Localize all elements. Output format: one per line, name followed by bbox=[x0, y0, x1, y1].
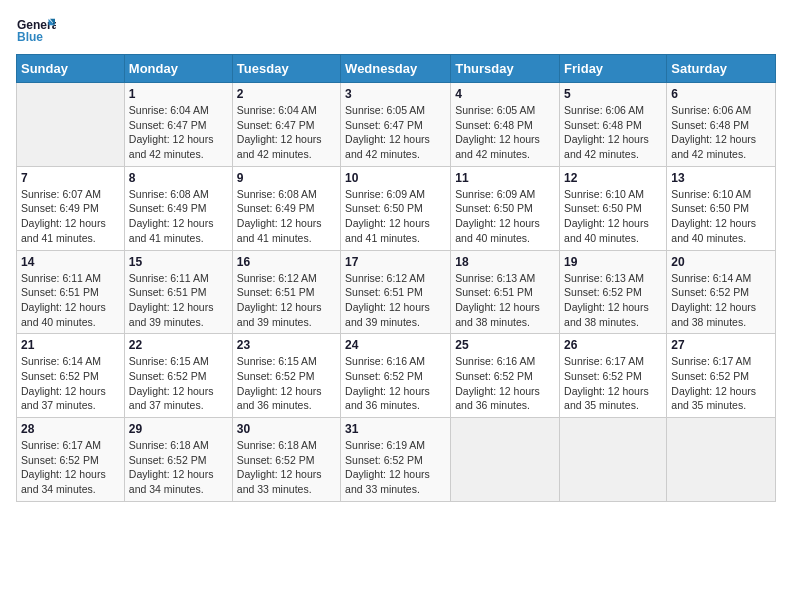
day-info: Sunrise: 6:10 AM Sunset: 6:50 PM Dayligh… bbox=[671, 187, 771, 246]
header-row: SundayMondayTuesdayWednesdayThursdayFrid… bbox=[17, 55, 776, 83]
day-cell: 16Sunrise: 6:12 AM Sunset: 6:51 PM Dayli… bbox=[232, 250, 340, 334]
day-info: Sunrise: 6:04 AM Sunset: 6:47 PM Dayligh… bbox=[129, 103, 228, 162]
week-row-1: 1Sunrise: 6:04 AM Sunset: 6:47 PM Daylig… bbox=[17, 83, 776, 167]
calendar-table: SundayMondayTuesdayWednesdayThursdayFrid… bbox=[16, 54, 776, 502]
day-info: Sunrise: 6:05 AM Sunset: 6:47 PM Dayligh… bbox=[345, 103, 446, 162]
column-header-tuesday: Tuesday bbox=[232, 55, 340, 83]
day-number: 2 bbox=[237, 87, 336, 101]
day-cell: 23Sunrise: 6:15 AM Sunset: 6:52 PM Dayli… bbox=[232, 334, 340, 418]
day-cell: 24Sunrise: 6:16 AM Sunset: 6:52 PM Dayli… bbox=[341, 334, 451, 418]
day-number: 21 bbox=[21, 338, 120, 352]
day-info: Sunrise: 6:09 AM Sunset: 6:50 PM Dayligh… bbox=[345, 187, 446, 246]
day-cell: 29Sunrise: 6:18 AM Sunset: 6:52 PM Dayli… bbox=[124, 418, 232, 502]
day-cell: 10Sunrise: 6:09 AM Sunset: 6:50 PM Dayli… bbox=[341, 166, 451, 250]
day-info: Sunrise: 6:05 AM Sunset: 6:48 PM Dayligh… bbox=[455, 103, 555, 162]
day-info: Sunrise: 6:12 AM Sunset: 6:51 PM Dayligh… bbox=[237, 271, 336, 330]
day-number: 15 bbox=[129, 255, 228, 269]
day-info: Sunrise: 6:04 AM Sunset: 6:47 PM Dayligh… bbox=[237, 103, 336, 162]
day-cell: 4Sunrise: 6:05 AM Sunset: 6:48 PM Daylig… bbox=[451, 83, 560, 167]
day-cell: 18Sunrise: 6:13 AM Sunset: 6:51 PM Dayli… bbox=[451, 250, 560, 334]
day-info: Sunrise: 6:08 AM Sunset: 6:49 PM Dayligh… bbox=[237, 187, 336, 246]
day-number: 9 bbox=[237, 171, 336, 185]
column-header-friday: Friday bbox=[560, 55, 667, 83]
day-cell: 6Sunrise: 6:06 AM Sunset: 6:48 PM Daylig… bbox=[667, 83, 776, 167]
day-cell: 7Sunrise: 6:07 AM Sunset: 6:49 PM Daylig… bbox=[17, 166, 125, 250]
day-info: Sunrise: 6:10 AM Sunset: 6:50 PM Dayligh… bbox=[564, 187, 662, 246]
day-cell: 21Sunrise: 6:14 AM Sunset: 6:52 PM Dayli… bbox=[17, 334, 125, 418]
day-number: 1 bbox=[129, 87, 228, 101]
column-header-saturday: Saturday bbox=[667, 55, 776, 83]
day-cell: 15Sunrise: 6:11 AM Sunset: 6:51 PM Dayli… bbox=[124, 250, 232, 334]
day-cell: 26Sunrise: 6:17 AM Sunset: 6:52 PM Dayli… bbox=[560, 334, 667, 418]
day-info: Sunrise: 6:13 AM Sunset: 6:51 PM Dayligh… bbox=[455, 271, 555, 330]
day-info: Sunrise: 6:17 AM Sunset: 6:52 PM Dayligh… bbox=[564, 354, 662, 413]
day-cell: 22Sunrise: 6:15 AM Sunset: 6:52 PM Dayli… bbox=[124, 334, 232, 418]
day-number: 19 bbox=[564, 255, 662, 269]
day-info: Sunrise: 6:06 AM Sunset: 6:48 PM Dayligh… bbox=[671, 103, 771, 162]
day-info: Sunrise: 6:14 AM Sunset: 6:52 PM Dayligh… bbox=[671, 271, 771, 330]
day-info: Sunrise: 6:11 AM Sunset: 6:51 PM Dayligh… bbox=[129, 271, 228, 330]
day-number: 25 bbox=[455, 338, 555, 352]
day-cell bbox=[560, 418, 667, 502]
day-number: 10 bbox=[345, 171, 446, 185]
day-cell bbox=[667, 418, 776, 502]
day-cell: 11Sunrise: 6:09 AM Sunset: 6:50 PM Dayli… bbox=[451, 166, 560, 250]
day-cell bbox=[17, 83, 125, 167]
svg-text:Blue: Blue bbox=[17, 30, 43, 44]
day-info: Sunrise: 6:14 AM Sunset: 6:52 PM Dayligh… bbox=[21, 354, 120, 413]
day-info: Sunrise: 6:11 AM Sunset: 6:51 PM Dayligh… bbox=[21, 271, 120, 330]
week-row-3: 14Sunrise: 6:11 AM Sunset: 6:51 PM Dayli… bbox=[17, 250, 776, 334]
calendar-header: SundayMondayTuesdayWednesdayThursdayFrid… bbox=[17, 55, 776, 83]
day-number: 5 bbox=[564, 87, 662, 101]
week-row-5: 28Sunrise: 6:17 AM Sunset: 6:52 PM Dayli… bbox=[17, 418, 776, 502]
day-number: 20 bbox=[671, 255, 771, 269]
day-number: 14 bbox=[21, 255, 120, 269]
day-number: 28 bbox=[21, 422, 120, 436]
day-info: Sunrise: 6:06 AM Sunset: 6:48 PM Dayligh… bbox=[564, 103, 662, 162]
day-info: Sunrise: 6:07 AM Sunset: 6:49 PM Dayligh… bbox=[21, 187, 120, 246]
day-number: 29 bbox=[129, 422, 228, 436]
day-cell: 1Sunrise: 6:04 AM Sunset: 6:47 PM Daylig… bbox=[124, 83, 232, 167]
day-cell: 20Sunrise: 6:14 AM Sunset: 6:52 PM Dayli… bbox=[667, 250, 776, 334]
day-info: Sunrise: 6:18 AM Sunset: 6:52 PM Dayligh… bbox=[129, 438, 228, 497]
column-header-thursday: Thursday bbox=[451, 55, 560, 83]
day-cell: 27Sunrise: 6:17 AM Sunset: 6:52 PM Dayli… bbox=[667, 334, 776, 418]
day-number: 26 bbox=[564, 338, 662, 352]
day-info: Sunrise: 6:17 AM Sunset: 6:52 PM Dayligh… bbox=[671, 354, 771, 413]
logo-icon: General Blue bbox=[16, 16, 56, 44]
day-info: Sunrise: 6:16 AM Sunset: 6:52 PM Dayligh… bbox=[455, 354, 555, 413]
logo: General Blue bbox=[16, 16, 56, 44]
day-number: 17 bbox=[345, 255, 446, 269]
day-cell: 31Sunrise: 6:19 AM Sunset: 6:52 PM Dayli… bbox=[341, 418, 451, 502]
week-row-4: 21Sunrise: 6:14 AM Sunset: 6:52 PM Dayli… bbox=[17, 334, 776, 418]
day-number: 11 bbox=[455, 171, 555, 185]
day-number: 30 bbox=[237, 422, 336, 436]
day-info: Sunrise: 6:15 AM Sunset: 6:52 PM Dayligh… bbox=[237, 354, 336, 413]
day-info: Sunrise: 6:15 AM Sunset: 6:52 PM Dayligh… bbox=[129, 354, 228, 413]
day-number: 13 bbox=[671, 171, 771, 185]
day-number: 3 bbox=[345, 87, 446, 101]
day-info: Sunrise: 6:12 AM Sunset: 6:51 PM Dayligh… bbox=[345, 271, 446, 330]
day-cell: 12Sunrise: 6:10 AM Sunset: 6:50 PM Dayli… bbox=[560, 166, 667, 250]
column-header-sunday: Sunday bbox=[17, 55, 125, 83]
column-header-monday: Monday bbox=[124, 55, 232, 83]
day-number: 27 bbox=[671, 338, 771, 352]
day-cell: 25Sunrise: 6:16 AM Sunset: 6:52 PM Dayli… bbox=[451, 334, 560, 418]
day-number: 31 bbox=[345, 422, 446, 436]
day-info: Sunrise: 6:08 AM Sunset: 6:49 PM Dayligh… bbox=[129, 187, 228, 246]
day-number: 12 bbox=[564, 171, 662, 185]
day-info: Sunrise: 6:09 AM Sunset: 6:50 PM Dayligh… bbox=[455, 187, 555, 246]
day-cell: 28Sunrise: 6:17 AM Sunset: 6:52 PM Dayli… bbox=[17, 418, 125, 502]
day-cell: 19Sunrise: 6:13 AM Sunset: 6:52 PM Dayli… bbox=[560, 250, 667, 334]
day-number: 23 bbox=[237, 338, 336, 352]
day-info: Sunrise: 6:18 AM Sunset: 6:52 PM Dayligh… bbox=[237, 438, 336, 497]
day-cell: 5Sunrise: 6:06 AM Sunset: 6:48 PM Daylig… bbox=[560, 83, 667, 167]
day-cell: 3Sunrise: 6:05 AM Sunset: 6:47 PM Daylig… bbox=[341, 83, 451, 167]
day-number: 18 bbox=[455, 255, 555, 269]
page-header: General Blue bbox=[16, 16, 776, 44]
day-info: Sunrise: 6:13 AM Sunset: 6:52 PM Dayligh… bbox=[564, 271, 662, 330]
day-number: 8 bbox=[129, 171, 228, 185]
day-info: Sunrise: 6:17 AM Sunset: 6:52 PM Dayligh… bbox=[21, 438, 120, 497]
day-number: 7 bbox=[21, 171, 120, 185]
day-info: Sunrise: 6:16 AM Sunset: 6:52 PM Dayligh… bbox=[345, 354, 446, 413]
